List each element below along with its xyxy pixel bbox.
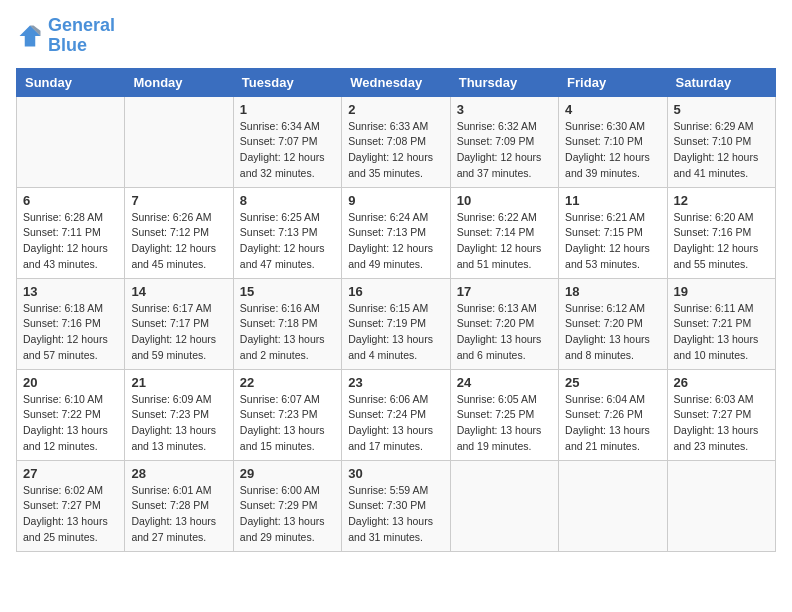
calendar-cell: 18Sunrise: 6:12 AMSunset: 7:20 PMDayligh…: [559, 278, 667, 369]
day-number: 22: [240, 375, 335, 390]
calendar-cell: 15Sunrise: 6:16 AMSunset: 7:18 PMDayligh…: [233, 278, 341, 369]
day-info: Sunrise: 6:34 AMSunset: 7:07 PMDaylight:…: [240, 119, 335, 182]
day-number: 27: [23, 466, 118, 481]
day-info: Sunrise: 6:13 AMSunset: 7:20 PMDaylight:…: [457, 301, 552, 364]
weekday-header: Sunday: [17, 68, 125, 96]
logo-text: General Blue: [48, 16, 115, 56]
day-info: Sunrise: 6:02 AMSunset: 7:27 PMDaylight:…: [23, 483, 118, 546]
weekday-header: Wednesday: [342, 68, 450, 96]
calendar-cell: 8Sunrise: 6:25 AMSunset: 7:13 PMDaylight…: [233, 187, 341, 278]
calendar-week-row: 27Sunrise: 6:02 AMSunset: 7:27 PMDayligh…: [17, 460, 776, 551]
day-number: 26: [674, 375, 769, 390]
day-info: Sunrise: 6:11 AMSunset: 7:21 PMDaylight:…: [674, 301, 769, 364]
calendar-cell: 6Sunrise: 6:28 AMSunset: 7:11 PMDaylight…: [17, 187, 125, 278]
day-info: Sunrise: 6:00 AMSunset: 7:29 PMDaylight:…: [240, 483, 335, 546]
weekday-header: Saturday: [667, 68, 775, 96]
day-info: Sunrise: 6:10 AMSunset: 7:22 PMDaylight:…: [23, 392, 118, 455]
calendar-cell: 25Sunrise: 6:04 AMSunset: 7:26 PMDayligh…: [559, 369, 667, 460]
day-info: Sunrise: 6:01 AMSunset: 7:28 PMDaylight:…: [131, 483, 226, 546]
calendar-cell: 19Sunrise: 6:11 AMSunset: 7:21 PMDayligh…: [667, 278, 775, 369]
calendar-cell: 21Sunrise: 6:09 AMSunset: 7:23 PMDayligh…: [125, 369, 233, 460]
calendar-cell: 16Sunrise: 6:15 AMSunset: 7:19 PMDayligh…: [342, 278, 450, 369]
day-info: Sunrise: 6:25 AMSunset: 7:13 PMDaylight:…: [240, 210, 335, 273]
day-number: 4: [565, 102, 660, 117]
weekday-header: Friday: [559, 68, 667, 96]
day-number: 8: [240, 193, 335, 208]
day-info: Sunrise: 6:09 AMSunset: 7:23 PMDaylight:…: [131, 392, 226, 455]
day-info: Sunrise: 6:07 AMSunset: 7:23 PMDaylight:…: [240, 392, 335, 455]
day-info: Sunrise: 6:33 AMSunset: 7:08 PMDaylight:…: [348, 119, 443, 182]
day-info: Sunrise: 6:05 AMSunset: 7:25 PMDaylight:…: [457, 392, 552, 455]
day-number: 25: [565, 375, 660, 390]
day-number: 21: [131, 375, 226, 390]
day-info: Sunrise: 6:18 AMSunset: 7:16 PMDaylight:…: [23, 301, 118, 364]
calendar-cell: 28Sunrise: 6:01 AMSunset: 7:28 PMDayligh…: [125, 460, 233, 551]
day-info: Sunrise: 6:04 AMSunset: 7:26 PMDaylight:…: [565, 392, 660, 455]
calendar-week-row: 6Sunrise: 6:28 AMSunset: 7:11 PMDaylight…: [17, 187, 776, 278]
day-number: 18: [565, 284, 660, 299]
calendar-cell: [450, 460, 558, 551]
calendar-cell: 10Sunrise: 6:22 AMSunset: 7:14 PMDayligh…: [450, 187, 558, 278]
calendar-cell: 24Sunrise: 6:05 AMSunset: 7:25 PMDayligh…: [450, 369, 558, 460]
logo-icon: [16, 22, 44, 50]
day-number: 6: [23, 193, 118, 208]
day-info: Sunrise: 6:15 AMSunset: 7:19 PMDaylight:…: [348, 301, 443, 364]
day-info: Sunrise: 6:20 AMSunset: 7:16 PMDaylight:…: [674, 210, 769, 273]
calendar-cell: 3Sunrise: 6:32 AMSunset: 7:09 PMDaylight…: [450, 96, 558, 187]
day-info: Sunrise: 6:28 AMSunset: 7:11 PMDaylight:…: [23, 210, 118, 273]
calendar-cell: 22Sunrise: 6:07 AMSunset: 7:23 PMDayligh…: [233, 369, 341, 460]
page-header: General Blue: [16, 16, 776, 56]
day-number: 1: [240, 102, 335, 117]
day-number: 19: [674, 284, 769, 299]
calendar-cell: 4Sunrise: 6:30 AMSunset: 7:10 PMDaylight…: [559, 96, 667, 187]
calendar-cell: 11Sunrise: 6:21 AMSunset: 7:15 PMDayligh…: [559, 187, 667, 278]
calendar-cell: 7Sunrise: 6:26 AMSunset: 7:12 PMDaylight…: [125, 187, 233, 278]
calendar-week-row: 20Sunrise: 6:10 AMSunset: 7:22 PMDayligh…: [17, 369, 776, 460]
day-number: 29: [240, 466, 335, 481]
day-info: Sunrise: 6:24 AMSunset: 7:13 PMDaylight:…: [348, 210, 443, 273]
calendar-week-row: 13Sunrise: 6:18 AMSunset: 7:16 PMDayligh…: [17, 278, 776, 369]
calendar-cell: 23Sunrise: 6:06 AMSunset: 7:24 PMDayligh…: [342, 369, 450, 460]
day-info: Sunrise: 5:59 AMSunset: 7:30 PMDaylight:…: [348, 483, 443, 546]
day-number: 10: [457, 193, 552, 208]
calendar-cell: 30Sunrise: 5:59 AMSunset: 7:30 PMDayligh…: [342, 460, 450, 551]
calendar-cell: 9Sunrise: 6:24 AMSunset: 7:13 PMDaylight…: [342, 187, 450, 278]
calendar-cell: [125, 96, 233, 187]
day-number: 23: [348, 375, 443, 390]
day-info: Sunrise: 6:22 AMSunset: 7:14 PMDaylight:…: [457, 210, 552, 273]
calendar-cell: 12Sunrise: 6:20 AMSunset: 7:16 PMDayligh…: [667, 187, 775, 278]
calendar-cell: [17, 96, 125, 187]
day-info: Sunrise: 6:30 AMSunset: 7:10 PMDaylight:…: [565, 119, 660, 182]
day-number: 2: [348, 102, 443, 117]
day-info: Sunrise: 6:03 AMSunset: 7:27 PMDaylight:…: [674, 392, 769, 455]
day-number: 17: [457, 284, 552, 299]
calendar-cell: 17Sunrise: 6:13 AMSunset: 7:20 PMDayligh…: [450, 278, 558, 369]
day-info: Sunrise: 6:29 AMSunset: 7:10 PMDaylight:…: [674, 119, 769, 182]
day-info: Sunrise: 6:17 AMSunset: 7:17 PMDaylight:…: [131, 301, 226, 364]
weekday-header: Monday: [125, 68, 233, 96]
day-number: 3: [457, 102, 552, 117]
day-info: Sunrise: 6:12 AMSunset: 7:20 PMDaylight:…: [565, 301, 660, 364]
calendar-cell: 20Sunrise: 6:10 AMSunset: 7:22 PMDayligh…: [17, 369, 125, 460]
day-info: Sunrise: 6:21 AMSunset: 7:15 PMDaylight:…: [565, 210, 660, 273]
calendar-header-row: SundayMondayTuesdayWednesdayThursdayFrid…: [17, 68, 776, 96]
day-number: 24: [457, 375, 552, 390]
calendar-cell: 29Sunrise: 6:00 AMSunset: 7:29 PMDayligh…: [233, 460, 341, 551]
calendar-cell: [667, 460, 775, 551]
calendar-cell: 13Sunrise: 6:18 AMSunset: 7:16 PMDayligh…: [17, 278, 125, 369]
day-number: 11: [565, 193, 660, 208]
day-number: 14: [131, 284, 226, 299]
calendar-cell: 5Sunrise: 6:29 AMSunset: 7:10 PMDaylight…: [667, 96, 775, 187]
calendar-cell: 2Sunrise: 6:33 AMSunset: 7:08 PMDaylight…: [342, 96, 450, 187]
day-number: 12: [674, 193, 769, 208]
logo: General Blue: [16, 16, 115, 56]
calendar-week-row: 1Sunrise: 6:34 AMSunset: 7:07 PMDaylight…: [17, 96, 776, 187]
weekday-header: Tuesday: [233, 68, 341, 96]
calendar-cell: 14Sunrise: 6:17 AMSunset: 7:17 PMDayligh…: [125, 278, 233, 369]
day-number: 13: [23, 284, 118, 299]
day-number: 15: [240, 284, 335, 299]
calendar-cell: 27Sunrise: 6:02 AMSunset: 7:27 PMDayligh…: [17, 460, 125, 551]
day-number: 9: [348, 193, 443, 208]
day-number: 7: [131, 193, 226, 208]
day-number: 16: [348, 284, 443, 299]
